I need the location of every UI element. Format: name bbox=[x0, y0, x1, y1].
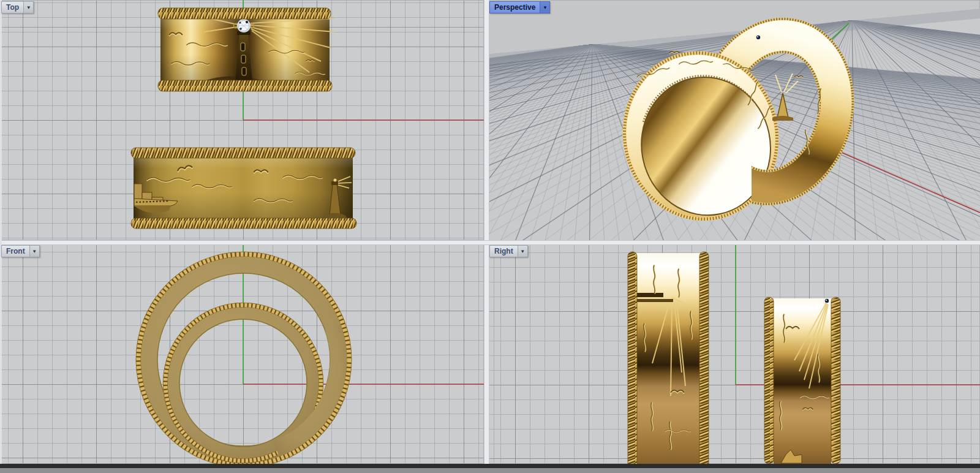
rope-edge bbox=[699, 252, 709, 464]
viewport-perspective-scene bbox=[488, 0, 980, 240]
rope-edge bbox=[158, 8, 331, 19]
viewport-tab-label[interactable]: Top bbox=[2, 2, 23, 13]
viewport-tab-right[interactable]: Right ▼ bbox=[489, 245, 528, 257]
ring-band-1-top-view[interactable] bbox=[158, 8, 334, 91]
rope-edge bbox=[628, 252, 637, 464]
ring-band-2-top-view[interactable] bbox=[131, 148, 356, 229]
chevron-down-icon[interactable]: ▼ bbox=[29, 246, 39, 257]
chevron-down-icon[interactable]: ▼ bbox=[518, 246, 527, 257]
ring-band-large-right-view[interactable] bbox=[628, 252, 709, 464]
viewport-divider-horizontal[interactable] bbox=[0, 240, 980, 245]
rope-edge bbox=[831, 297, 840, 464]
viewport-tab-label[interactable]: Front bbox=[2, 246, 29, 257]
viewport-perspective[interactable]: Perspective ▼ bbox=[488, 0, 980, 240]
rope-edge bbox=[131, 148, 355, 158]
viewport-divider-vertical[interactable] bbox=[484, 0, 489, 464]
viewport-tab-perspective[interactable]: Perspective ▼ bbox=[489, 1, 550, 13]
viewport-bottom-border bbox=[0, 464, 980, 468]
ring-band-small-right-view[interactable] bbox=[764, 297, 840, 464]
gemstone bbox=[756, 36, 760, 39]
viewport-tab-top[interactable]: Top ▼ bbox=[1, 1, 34, 13]
rope-edge bbox=[158, 80, 332, 91]
viewport-top-scene bbox=[0, 0, 484, 240]
chevron-down-icon[interactable]: ▼ bbox=[23, 2, 33, 13]
rope-edge bbox=[764, 297, 774, 464]
viewport-right-scene bbox=[488, 244, 980, 464]
viewport-right[interactable]: Right ▼ bbox=[488, 244, 980, 464]
viewport-tab-label[interactable]: Perspective bbox=[490, 2, 540, 13]
viewport-front-scene bbox=[0, 244, 484, 464]
cad-viewport-window: Top ▼ bbox=[0, 0, 980, 473]
rope-edge bbox=[131, 218, 356, 229]
window-bottom-strip bbox=[0, 468, 980, 473]
viewport-tab-label[interactable]: Right bbox=[490, 246, 518, 257]
viewport-front[interactable]: Front ▼ bbox=[0, 244, 484, 464]
viewport-tab-front[interactable]: Front ▼ bbox=[1, 245, 40, 257]
chevron-down-icon[interactable]: ▼ bbox=[540, 2, 549, 13]
viewport-top[interactable]: Top ▼ bbox=[0, 0, 484, 240]
gemstone bbox=[825, 299, 829, 303]
window-left-edge bbox=[0, 0, 2, 464]
